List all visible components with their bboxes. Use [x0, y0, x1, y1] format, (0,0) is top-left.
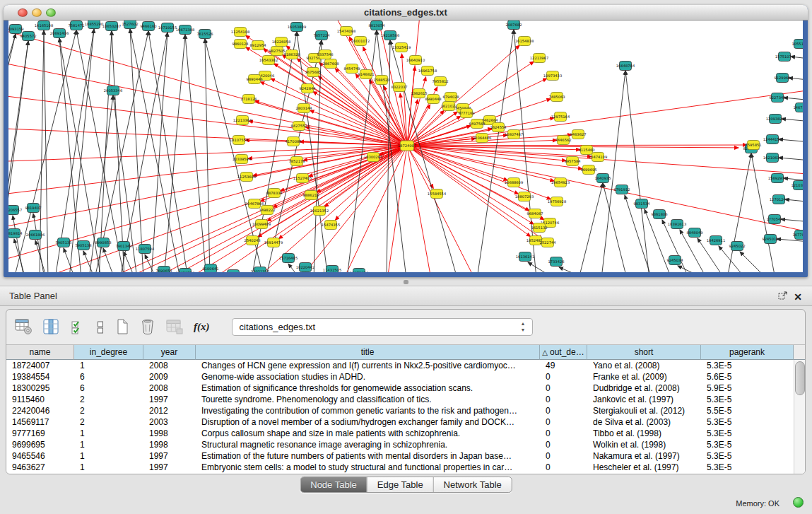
delete-column-button[interactable] [140, 318, 155, 335]
network-canvas[interactable]: 2093159940557216165108206914067581471108… [8, 21, 803, 272]
cell-out_degree[interactable]: 0 [540, 462, 587, 473]
cell-year[interactable]: 1997 [143, 394, 196, 405]
cell-short[interactable]: Nakamura et al. (1997) [587, 450, 701, 462]
cell-name[interactable]: 22420046 [6, 405, 74, 416]
cell-name[interactable]: 9465546 [6, 450, 74, 462]
cell-year[interactable]: 2009 [143, 371, 196, 382]
network-graph[interactable]: 2093159940557216165108206914067581471108… [8, 21, 803, 272]
column-header-short[interactable]: short [587, 345, 701, 360]
cell-title[interactable]: Disruption of a novel member of a sodium… [196, 416, 540, 428]
cell-in_degree[interactable]: 1 [74, 360, 143, 371]
table-row[interactable]: 1938455462009Genome-wide association stu… [6, 371, 805, 382]
cell-out_degree[interactable]: 0 [540, 394, 587, 405]
cell-pagerank[interactable]: 5.3E-5 [701, 428, 794, 439]
import-table-button[interactable] [166, 318, 183, 335]
cell-pagerank[interactable]: 5.3E-5 [701, 394, 794, 405]
column-header-name[interactable]: name [6, 345, 74, 360]
vertical-scrollbar[interactable] [794, 360, 805, 474]
column-header-in_degree[interactable]: in_degree [74, 345, 143, 360]
cell-out_degree[interactable]: 0 [540, 439, 587, 450]
function-builder-button[interactable]: f(x) [194, 318, 210, 335]
table-row[interactable]: 946554611997Estimation of the future num… [6, 450, 805, 462]
cell-name[interactable]: 14569117 [6, 416, 74, 428]
cell-in_degree[interactable]: 6 [74, 371, 143, 382]
cell-year[interactable]: 2012 [143, 405, 196, 416]
table-row[interactable]: 2242004622012Investigating the contribut… [6, 405, 805, 416]
column-header-pagerank[interactable]: pagerank [701, 345, 794, 360]
network-window-titlebar[interactable]: citations_edges.txt [4, 5, 808, 21]
tab-node-table[interactable]: Node Table [300, 477, 367, 492]
cell-title[interactable]: Changes of HCN gene expression and I(f) … [196, 360, 540, 371]
cell-pagerank[interactable]: 5.5E-5 [701, 405, 794, 416]
table-row[interactable]: 911546021997Tourette syndrome. Phenomeno… [6, 394, 805, 405]
column-header-year[interactable]: year [143, 345, 196, 360]
cell-short[interactable]: Jankovic et al. (1997) [587, 394, 701, 405]
cell-name[interactable]: 9699695 [6, 439, 74, 450]
cell-short[interactable]: Tibbo et al. (1998) [587, 428, 701, 439]
cell-in_degree[interactable]: 2 [74, 394, 143, 405]
float-panel-button[interactable] [777, 291, 788, 302]
cell-title[interactable]: Corpus callosum shape and size in male p… [196, 428, 540, 439]
cell-in_degree[interactable]: 2 [74, 416, 143, 428]
table-row[interactable]: 1872400712008Changes of HCN gene express… [6, 360, 805, 371]
cell-year[interactable]: 1998 [143, 439, 196, 450]
cell-pagerank[interactable]: 5.3E-5 [701, 360, 794, 371]
cell-pagerank[interactable]: 5.9E-5 [701, 382, 794, 394]
create-column-button[interactable] [115, 318, 129, 335]
cell-pagerank[interactable]: 5.3E-5 [701, 439, 794, 450]
cell-year[interactable]: 1998 [143, 428, 196, 439]
cell-year[interactable]: 2003 [143, 416, 196, 428]
cell-title[interactable]: Structural magnetic resonance image aver… [196, 439, 540, 450]
cell-title[interactable]: Genome-wide association studies in ADHD. [196, 371, 540, 382]
cell-in_degree[interactable]: 2 [74, 405, 143, 416]
cell-in_degree[interactable]: 6 [74, 382, 143, 394]
cell-out_degree[interactable]: 0 [540, 382, 587, 394]
cell-title[interactable]: Tourette syndrome. Phenomenology and cla… [196, 394, 540, 405]
scrollbar-thumb[interactable] [795, 361, 805, 395]
table-select-dropdown[interactable]: citations_edges.txt▲▼ [232, 318, 533, 336]
cell-out_degree[interactable]: 0 [540, 416, 587, 428]
cell-year[interactable]: 1997 [143, 462, 196, 473]
cell-in_degree[interactable]: 1 [74, 462, 143, 473]
cell-year[interactable]: 2008 [143, 382, 196, 394]
cell-name[interactable]: 18300295 [6, 382, 74, 394]
table-row[interactable]: 1456911722003Disruption of a novel membe… [6, 416, 805, 428]
cell-out_degree[interactable]: 0 [540, 428, 587, 439]
cell-name[interactable]: 19384554 [6, 371, 74, 382]
cell-name[interactable]: 9115460 [6, 394, 74, 405]
cell-short[interactable]: Yano et al. (2008) [587, 360, 701, 371]
cell-pagerank[interactable]: 5.6E-5 [701, 371, 794, 382]
cell-title[interactable]: Estimation of significance thresholds fo… [196, 382, 540, 394]
cell-in_degree[interactable]: 1 [74, 428, 143, 439]
cell-pagerank[interactable]: 5.3E-5 [701, 416, 794, 428]
cell-pagerank[interactable]: 5.3E-5 [701, 450, 794, 462]
cell-year[interactable]: 1997 [143, 450, 196, 462]
cell-short[interactable]: Stergiakouli et al. (2012) [587, 405, 701, 416]
cell-name[interactable]: 18724007 [6, 360, 74, 371]
show-columns-button[interactable] [43, 318, 60, 335]
select-all-columns-button[interactable] [71, 318, 86, 335]
cell-out_degree[interactable]: 0 [540, 450, 587, 462]
table-row[interactable]: 1830029562008Estimation of significance … [6, 382, 805, 394]
row-height-button[interactable] [96, 318, 105, 335]
cell-title[interactable]: Investigating the contribution of common… [196, 405, 540, 416]
cell-in_degree[interactable]: 1 [74, 450, 143, 462]
cell-short[interactable]: Dudbridge et al. (2008) [587, 382, 701, 394]
close-panel-button[interactable]: ✕ [792, 291, 804, 302]
table-mode-button[interactable] [15, 318, 33, 335]
column-header-title[interactable]: title [196, 345, 540, 360]
table-row[interactable]: 946362711997Embryonic stem cells: a mode… [6, 462, 805, 473]
cell-short[interactable]: Hescheler et al. (1997) [587, 462, 701, 473]
table-row[interactable]: 969969511998Structural magnetic resonanc… [6, 439, 805, 450]
column-header-out_degree[interactable]: △out_de… [540, 345, 587, 360]
cell-year[interactable]: 2008 [143, 360, 196, 371]
cell-short[interactable]: Wolkin et al. (1998) [587, 439, 701, 450]
cell-out_degree[interactable]: 49 [540, 360, 587, 371]
table-row[interactable]: 977716911998Corpus callosum shape and si… [6, 428, 805, 439]
cell-pagerank[interactable]: 5.3E-5 [701, 462, 794, 473]
memory-status-icon[interactable] [793, 497, 804, 508]
cell-out_degree[interactable]: 0 [540, 371, 587, 382]
cell-name[interactable]: 9463627 [6, 462, 74, 473]
cell-name[interactable]: 9777169 [6, 428, 74, 439]
cell-short[interactable]: Franke et al. (2009) [587, 371, 701, 382]
